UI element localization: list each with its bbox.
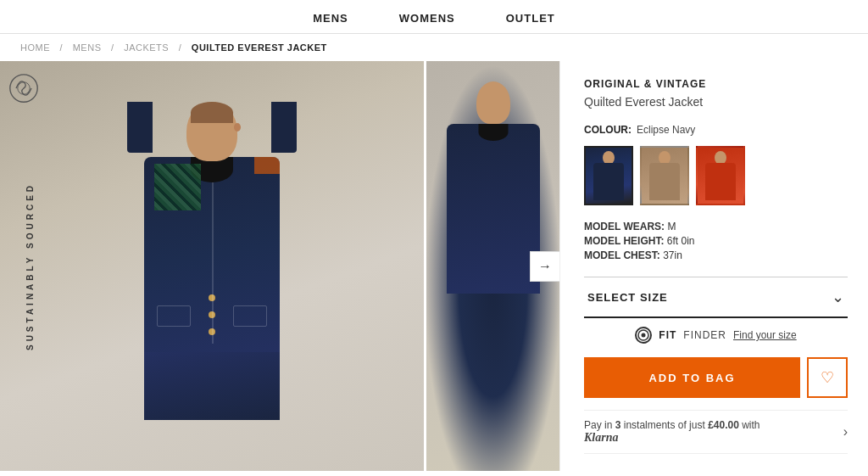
model-chest: MODEL CHEST: 37in	[584, 249, 848, 261]
model-height: MODEL HEIGHT: 6ft 0in	[584, 235, 848, 247]
product-image-main: SUSTAINABLY SOURCED	[0, 61, 424, 471]
klarna-payment-row[interactable]: Pay in 3 instalments of just £40.00 with…	[584, 410, 848, 454]
fit-finder-row: FIT FINDER Find your size	[584, 327, 848, 344]
fit-finder-link[interactable]: Find your size	[733, 329, 797, 341]
fit-finder-icon	[635, 327, 652, 344]
nav-womens[interactable]: WOMENS	[399, 12, 455, 25]
sustainable-text: SUSTAINABLY SOURCED	[25, 182, 35, 350]
jacket-lower	[144, 352, 280, 420]
product-name: Quilted Everest Jacket	[584, 95, 848, 109]
breadcrumb-sep2: /	[111, 42, 117, 53]
chevron-down-icon: ⌄	[832, 288, 844, 306]
brand-label: ORIGINAL & VINTAGE	[584, 78, 848, 90]
colour-label: COLOUR:	[584, 124, 632, 136]
svg-point-3	[642, 333, 646, 338]
size-label: SELECT SIZE	[587, 291, 668, 304]
header: MENS WOMENS OUTLET	[0, 0, 868, 34]
add-to-bag-row: ADD TO BAG ♡	[584, 357, 848, 398]
nav-outlet[interactable]: OUTLET	[506, 12, 555, 25]
breadcrumb-home[interactable]: HOME	[20, 42, 50, 53]
model-wears: MODEL WEARS: M	[584, 221, 848, 232]
klarna-text: Pay in 3 instalments of just £40.00 with…	[584, 419, 760, 445]
fit-finder-text: FINDER	[683, 329, 726, 341]
swatch-navy[interactable]	[584, 146, 633, 205]
breadcrumb-sep1: /	[60, 42, 66, 53]
breadcrumb-current: QUILTED EVEREST JACKET	[192, 42, 327, 53]
product-detail-panel: ORIGINAL & VINTAGE Quilted Everest Jacke…	[559, 61, 868, 471]
klarna-amount: £40.00	[708, 419, 739, 431]
product-image-area: SUSTAINABLY SOURCED	[0, 61, 559, 471]
plaid-patch	[154, 164, 201, 210]
breadcrumb-jackets[interactable]: JACKETS	[124, 42, 169, 53]
heart-icon: ♡	[821, 368, 834, 387]
colour-row: COLOUR: Eclipse Navy	[584, 124, 848, 136]
size-selector[interactable]: SELECT SIZE ⌄	[584, 277, 848, 318]
klarna-brand: Klarna	[584, 431, 618, 444]
colour-value: Eclipse Navy	[637, 124, 695, 136]
image-next-button[interactable]: →	[530, 251, 559, 282]
brand-logo-image	[8, 73, 39, 104]
breadcrumb: HOME / MENS / JACKETS / QUILTED EVEREST …	[0, 34, 868, 61]
breadcrumb-sep3: /	[179, 42, 185, 53]
main-layout: SUSTAINABLY SOURCED	[0, 61, 868, 471]
model-head	[186, 102, 237, 161]
nav-mens[interactable]: MENS	[313, 12, 348, 25]
breadcrumb-mens[interactable]: MENS	[73, 42, 102, 53]
swatch-tan[interactable]	[640, 146, 689, 205]
colour-swatches	[584, 146, 848, 205]
klarna-arrow-icon: ›	[843, 424, 848, 440]
product-image-secondary: →	[424, 61, 559, 471]
klarna-instalments: 3	[615, 419, 621, 431]
jacket-body	[144, 157, 280, 352]
fit-label: FIT	[659, 329, 676, 341]
wishlist-button[interactable]: ♡	[807, 357, 848, 398]
add-to-bag-button[interactable]: ADD TO BAG	[584, 357, 800, 398]
swatch-red[interactable]	[696, 146, 745, 205]
model-info: MODEL WEARS: M MODEL HEIGHT: 6ft 0in MOD…	[584, 221, 848, 261]
model-figure-left	[127, 102, 297, 407]
